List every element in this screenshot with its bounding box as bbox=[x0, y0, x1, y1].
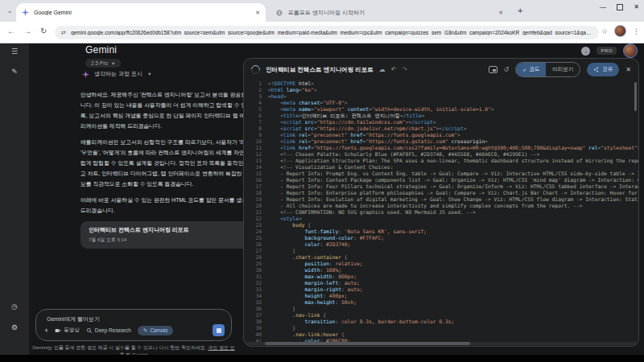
version-history-icon[interactable]: ↺ bbox=[504, 66, 510, 73]
loading-spinner-icon bbox=[250, 64, 262, 76]
input-toolbar: + 동영상 Deep Research ✎ Canvas bbox=[44, 324, 225, 336]
canvas-chip[interactable]: ✎ Canvas bbox=[138, 326, 174, 335]
menu-hamburger-icon[interactable]: ☰ bbox=[0, 47, 29, 56]
canvas-pen-icon: ✎ bbox=[143, 327, 147, 334]
gemini-wordmark: Gemini bbox=[85, 44, 117, 56]
message-paragraph: 안녕하세요. 제공해주신 '컨텍스트 엔지니어링' 보고서 분석을 완료했습니다… bbox=[80, 89, 253, 131]
prompt-input[interactable]: Gemini에게 물어보기 + 동영상 Deep Research ✎ bbox=[35, 309, 232, 341]
code-line: 15 - Report Info: Prompt Eng. vs Context… bbox=[244, 171, 638, 177]
chip-label: Deep Research bbox=[95, 327, 131, 333]
code-line: 17 - Report Info: Four Pillars technical… bbox=[244, 183, 638, 190]
code-line: 40 .nav-link:hover { bbox=[244, 331, 638, 338]
code-line: 14 <!-- Visualization & Content Choices: bbox=[244, 164, 638, 171]
code-line: 36 } bbox=[244, 306, 638, 312]
canvas-header-right: ↺ ✓ 코드 미리보기 공유 bbox=[489, 62, 631, 77]
code-line: 22 <style> bbox=[244, 216, 638, 222]
code-line: 24 font-family: 'Noto Sans KR', sans-ser… bbox=[244, 228, 638, 235]
browser-tab-strip: ⌄ Google Gemini ✕ 프롬프트 엔지니어링 시작하기 ✕ + — … bbox=[0, 0, 644, 22]
history-icon[interactable]: ◷ bbox=[0, 302, 29, 311]
bottom-strip bbox=[0, 355, 644, 362]
bookmark-star-icon[interactable]: ☆ bbox=[601, 27, 608, 35]
new-tab-button[interactable]: + bbox=[518, 6, 522, 16]
back-icon[interactable]: ← bbox=[7, 27, 15, 35]
code-line: 12 <!-- Chosen Palette: Scholarly Blue (… bbox=[244, 151, 638, 158]
chevron-down-icon: ▼ bbox=[147, 72, 151, 76]
redo-icon[interactable]: ↷ bbox=[402, 66, 407, 73]
code-line: 6 <title>인터랙티브 리포트: 컨텍스트 엔지니어링</title> bbox=[244, 113, 638, 119]
window-close-button[interactable]: ✕ bbox=[634, 3, 639, 10]
browser-tab-gemini[interactable]: Google Gemini ✕ bbox=[16, 3, 266, 22]
window-minimize-button[interactable]: — bbox=[600, 3, 606, 10]
cloud-save-icon: ☁ bbox=[379, 66, 386, 73]
new-chat-icon[interactable]: ✎ bbox=[0, 68, 29, 76]
horizontal-scrollbar[interactable] bbox=[245, 342, 638, 345]
browser-toolbar: ← → ↻ ⇄ gemini.google.com/app/ffc20626ed… bbox=[0, 22, 644, 43]
code-line: 33 margin-right: auto; bbox=[244, 286, 638, 293]
pro-badge: PRO bbox=[597, 47, 617, 55]
thinking-process-toggle[interactable]: 생각하는 과정 표시 ▼ bbox=[82, 70, 151, 78]
artifact-timestamp: 7월 6일 오후 5:14 bbox=[89, 237, 243, 244]
preview-tab[interactable]: 미리보기 bbox=[546, 63, 580, 76]
code-line: 18 - Report Info: Enterprise platform ph… bbox=[244, 190, 638, 196]
code-line: 37 .nav-link { bbox=[244, 312, 638, 319]
artifact-card[interactable]: 인터랙티브 컨텍스트 엔지니어링 리포트 7월 6일 오후 5:14 bbox=[80, 221, 251, 249]
code-line: 38 transition: color 0.3s, border-bottom… bbox=[244, 319, 638, 325]
address-bar[interactable]: ⇄ gemini.google.com/app/ffc20626ed0db158… bbox=[55, 26, 599, 39]
share-button[interactable]: 공유 bbox=[587, 63, 619, 76]
download-circle-icon[interactable]: ↓ bbox=[581, 47, 590, 56]
share-icon bbox=[593, 67, 599, 72]
window-controls: — ✕ bbox=[600, 3, 639, 10]
code-line: 26 color: #2D3748; bbox=[244, 241, 638, 248]
code-line: 19 - Report Info: Evolution of digital m… bbox=[244, 196, 638, 203]
refresh-icon[interactable]: ↻ bbox=[40, 27, 47, 35]
code-line: 31 max-width: 800px; bbox=[244, 274, 638, 280]
tab-search-button[interactable]: ⌄ bbox=[4, 6, 15, 16]
browser-profile-avatar[interactable] bbox=[614, 25, 626, 37]
code-line: 5 <meta name="viewport" content="width=d… bbox=[244, 106, 638, 113]
account-avatar[interactable] bbox=[623, 43, 638, 58]
window-maximize-button[interactable] bbox=[617, 4, 623, 10]
code-tab-label: 코드 bbox=[529, 66, 539, 73]
code-line: 10 <link rel="preconnect" href="https://… bbox=[244, 138, 638, 145]
horizontal-scrollbar-thumb[interactable] bbox=[265, 342, 470, 345]
code-line: 8 <script src="https://cdn.jsdelivr.net/… bbox=[244, 125, 638, 132]
browser-menu-icon[interactable]: ⋮ bbox=[633, 27, 640, 35]
site-info-icon[interactable]: ⇄ bbox=[61, 30, 66, 36]
video-chip[interactable]: 동영상 bbox=[55, 327, 80, 334]
close-canvas-icon[interactable]: ✕ bbox=[625, 66, 631, 73]
browser-tab-prompt-engineering[interactable]: 프롬프트 엔지니어링 시작하기 ✕ bbox=[270, 3, 509, 22]
code-line: 3<head> bbox=[244, 93, 638, 100]
code-line: 7 <script src="https://cdn.tailwindcss.c… bbox=[244, 119, 638, 125]
code-line: 30 width: 100%; bbox=[244, 267, 638, 274]
model-selector[interactable]: 2.5 Pro ▼ bbox=[85, 59, 121, 68]
code-line: 2<html lang="ko"> bbox=[244, 87, 638, 93]
code-line: 20 - All choices are made to increase in… bbox=[244, 203, 638, 209]
code-line: 13 <!-- Application Structure Plan: The … bbox=[244, 158, 638, 164]
code-editor[interactable]: 1<!DOCTYPE html>2<html lang="ko">3<head>… bbox=[244, 80, 638, 342]
stop-generating-button[interactable] bbox=[213, 324, 225, 336]
code-line: 9 <link rel="preconnect" href="https://f… bbox=[244, 132, 638, 138]
code-line: 35 max-height: 50vh; bbox=[244, 299, 638, 306]
add-attachment-icon[interactable]: + bbox=[44, 327, 48, 335]
preview-tab-label: 미리보기 bbox=[552, 66, 573, 73]
deep-research-chip[interactable]: Deep Research bbox=[86, 327, 131, 334]
toolbar-right: ☆ ⋮ bbox=[601, 25, 640, 37]
video-icon bbox=[55, 327, 61, 334]
code-lines: 1<!DOCTYPE html>2<html lang="ko">3<head>… bbox=[244, 80, 638, 342]
url-text: gemini.google.com/app/ffc20626ed0db158?u… bbox=[71, 30, 592, 35]
chip-label: Canvas bbox=[150, 327, 167, 333]
code-line: 27 } bbox=[244, 248, 638, 254]
tab-close-icon[interactable]: ✕ bbox=[498, 10, 503, 16]
disclaimer-text: Gemini는 인물 등에 관한 정보 제공 시 실수를 할 수 있으니 다시 … bbox=[32, 345, 206, 350]
share-label: 공유 bbox=[602, 66, 613, 73]
code-tab[interactable]: ✓ 코드 bbox=[516, 63, 546, 76]
settings-gear-icon[interactable]: ⚙ bbox=[0, 323, 29, 331]
message-paragraph: 아래에 바로 사용하실 수 있는 완전한 HTML 코드를 담은 문서를 생성해… bbox=[80, 195, 253, 216]
vertical-scrollbar[interactable] bbox=[634, 82, 637, 111]
open-in-window-icon[interactable] bbox=[489, 66, 497, 73]
model-response: 안녕하세요. 제공해주신 '컨텍스트 엔지니어링' 보고서 분석을 완료했습니다… bbox=[80, 89, 253, 249]
undo-icon[interactable]: ↶ bbox=[391, 66, 397, 73]
code-line: 28 .chart-container { bbox=[244, 254, 638, 261]
forward-icon[interactable]: → bbox=[23, 27, 31, 35]
tab-close-icon[interactable]: ✕ bbox=[255, 10, 260, 16]
